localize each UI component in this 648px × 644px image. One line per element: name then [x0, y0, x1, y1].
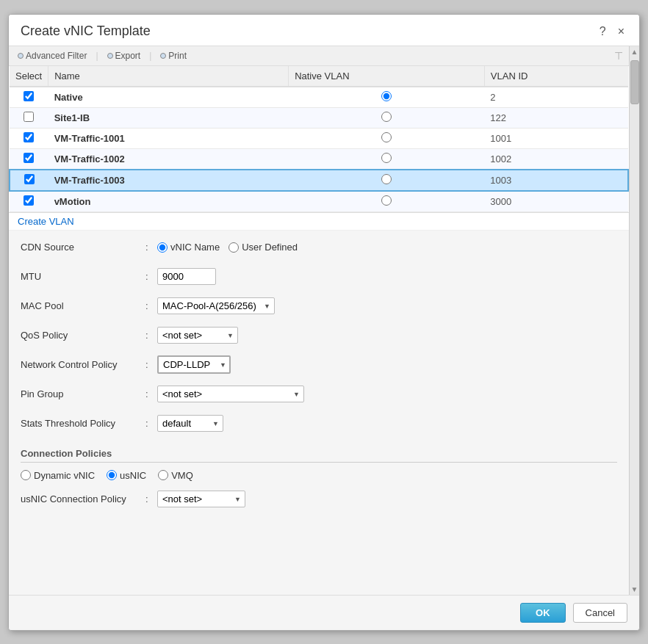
usnic-text: usNIC [120, 470, 146, 481]
qos-policy-control: <not set> [157, 327, 238, 344]
scroll-down-arrow[interactable]: ▼ [630, 584, 639, 595]
native-vlan-radio[interactable] [381, 174, 392, 184]
advanced-filter-btn[interactable]: Advanced Filter [15, 49, 90, 62]
ncp-select-wrapper: CDP-LLDP [157, 355, 231, 374]
cdn-vnic-name-radio[interactable] [157, 242, 168, 253]
mac-pool-select[interactable]: MAC-Pool-A(256/256) [157, 297, 275, 314]
scroll-up-arrow[interactable]: ▲ [630, 46, 639, 57]
row-checkbox[interactable] [24, 174, 35, 184]
dialog-body: Advanced Filter | Export | Print ⊤ [9, 46, 639, 595]
row-checkbox[interactable] [24, 153, 34, 163]
row-vlan-id: 1001 [484, 128, 628, 148]
stats-threshold-label: Stats Threshold Policy [21, 418, 145, 429]
ncp-colon: : [145, 359, 157, 370]
pin-group-select-wrapper: <not set> [157, 386, 304, 402]
usnic-radio[interactable] [107, 470, 117, 480]
usnic-policy-select[interactable]: <not set> [157, 491, 245, 507]
vmq-radio[interactable] [158, 470, 168, 480]
cdn-source-control: vNIC Name User Defined [157, 242, 298, 253]
cdn-source-radio-group: vNIC Name User Defined [157, 242, 298, 253]
cdn-user-defined-radio[interactable] [228, 242, 239, 253]
pin-group-select[interactable]: <not set> [157, 386, 304, 402]
table-row: Native2 [10, 87, 628, 108]
stats-threshold-control: default [157, 415, 223, 432]
stats-threshold-select[interactable]: default [157, 415, 223, 432]
qos-policy-select-wrapper: <not set> [157, 327, 238, 344]
mtu-row: MTU : [21, 266, 617, 288]
table-row: vMotion3000 [10, 191, 628, 212]
mtu-control [157, 268, 216, 285]
mac-pool-select-wrapper: MAC-Pool-A(256/256) [157, 297, 275, 314]
row-vlan-id: 1003 [484, 170, 628, 191]
close-button[interactable]: × [615, 23, 627, 40]
native-vlan-radio[interactable] [381, 132, 392, 142]
usnic-policy-row: usNIC Connection Policy : <not set> [21, 488, 617, 510]
usnic-policy-label: usNIC Connection Policy [21, 493, 145, 504]
cdn-user-defined-option[interactable]: User Defined [228, 242, 298, 253]
col-select: Select [10, 66, 48, 87]
pin-group-colon: : [145, 388, 157, 399]
advanced-filter-label: Advanced Filter [26, 51, 87, 61]
create-vlan-link[interactable]: Create VLAN [9, 213, 629, 231]
pin-icon: ⊤ [614, 50, 623, 62]
ok-button[interactable]: OK [520, 603, 566, 623]
native-vlan-radio[interactable] [381, 112, 392, 122]
row-checkbox[interactable] [24, 91, 34, 101]
dynamic-vnic-radio[interactable] [21, 470, 31, 480]
row-name: VM-Traffic-1002 [48, 148, 289, 170]
connection-radio-row: Dynamic vNIC usNIC VMQ [21, 470, 617, 481]
help-button[interactable]: ? [597, 23, 609, 40]
native-vlan-radio[interactable] [381, 195, 392, 206]
row-vlan-id: 2 [484, 87, 628, 108]
export-btn[interactable]: Export [104, 49, 144, 62]
export-label: Export [115, 51, 141, 61]
toolbar-row: Advanced Filter | Export | Print ⊤ [9, 46, 629, 66]
stats-threshold-row: Stats Threshold Policy : default [21, 413, 617, 435]
row-checkbox[interactable] [24, 112, 34, 122]
scrollbar-thumb[interactable] [630, 60, 639, 104]
dynamic-vnic-option[interactable]: Dynamic vNIC [21, 470, 95, 481]
usnic-policy-select-wrapper: <not set> [157, 491, 245, 507]
vmq-option[interactable]: VMQ [158, 470, 193, 481]
stats-threshold-colon: : [145, 418, 157, 429]
row-vlan-id: 122 [484, 107, 628, 128]
qos-policy-label: QoS Policy [21, 330, 145, 341]
cancel-button[interactable]: Cancel [573, 603, 627, 623]
native-vlan-radio[interactable] [381, 91, 392, 101]
table-header-row: Select Name Native VLAN VLAN ID [10, 66, 628, 87]
row-checkbox[interactable] [24, 195, 34, 206]
mtu-input[interactable] [157, 268, 216, 285]
print-icon [160, 53, 166, 59]
row-vlan-id: 1002 [484, 148, 628, 170]
qos-policy-row: QoS Policy : <not set> [21, 325, 617, 347]
mac-pool-colon: : [145, 300, 157, 311]
print-label: Print [168, 51, 187, 61]
header-icons: ? × [597, 23, 627, 40]
dialog-footer: OK Cancel [9, 595, 639, 630]
usnic-option[interactable]: usNIC [107, 470, 146, 481]
qos-policy-select[interactable]: <not set> [157, 327, 238, 344]
mac-pool-control: MAC-Pool-A(256/256) [157, 297, 275, 314]
mtu-colon: : [145, 271, 157, 282]
table-row: Site1-IB122 [10, 107, 628, 128]
native-vlan-radio[interactable] [381, 153, 392, 163]
advanced-filter-icon [18, 53, 24, 59]
cdn-source-row: CDN Source : vNIC Name User Defined [21, 236, 617, 258]
table-row: VM-Traffic-10031003 [10, 170, 628, 191]
content-area: Advanced Filter | Export | Print ⊤ [9, 46, 629, 595]
vlan-table-container: Select Name Native VLAN VLAN ID Native2S… [9, 66, 629, 213]
right-scrollbar[interactable]: ▲ ▼ [629, 46, 639, 595]
cdn-vnic-name-text: vNIC Name [170, 242, 220, 253]
print-btn[interactable]: Print [157, 49, 190, 62]
mac-pool-label: MAC Pool [21, 300, 145, 311]
row-checkbox[interactable] [24, 132, 34, 142]
table-row: VM-Traffic-10011001 [10, 128, 628, 148]
form-section: CDN Source : vNIC Name User Defined [9, 231, 629, 524]
table-row: VM-Traffic-10021002 [10, 148, 628, 170]
cdn-vnic-name-option[interactable]: vNIC Name [157, 242, 220, 253]
row-vlan-id: 3000 [484, 191, 628, 212]
vlan-table: Select Name Native VLAN VLAN ID Native2S… [9, 66, 629, 212]
ncp-select[interactable]: CDP-LLDP [157, 355, 231, 374]
ncp-row: Network Control Policy : CDP-LLDP [21, 354, 617, 376]
pin-group-control: <not set> [157, 386, 304, 402]
